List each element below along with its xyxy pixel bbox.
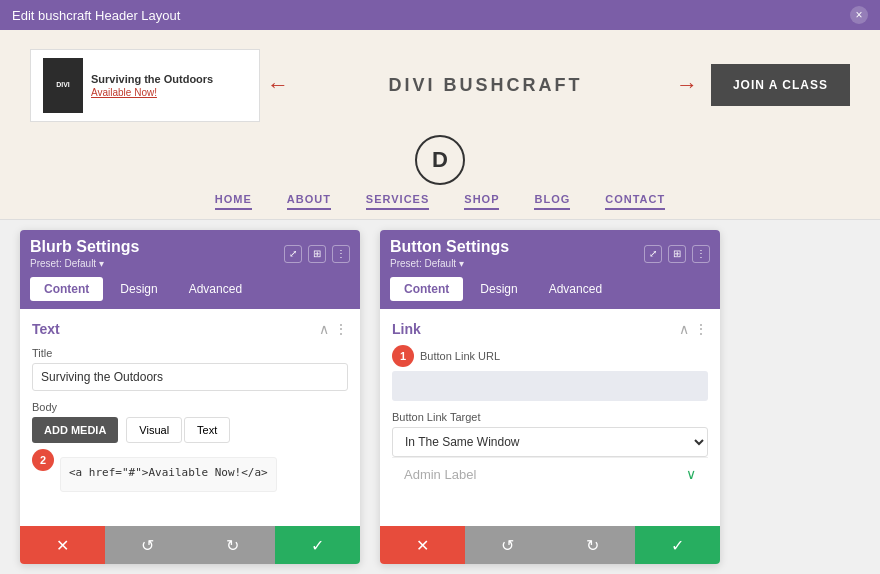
blurb-panel-footer: ✕ ↺ ↻ ✓ [20,526,360,564]
button-link-url-input[interactable] [392,371,708,401]
button-fullscreen-icon[interactable]: ⤢ [644,245,662,263]
divi-logo-container: D [0,135,880,185]
step-badge-1: 1 [392,345,414,367]
text-section-title: Text [32,321,60,337]
button-panel-footer: ✕ ↺ ↻ ✓ [380,526,720,564]
button-link-target-label: Button Link Target [392,411,708,423]
button-panel-title-area: Button Settings Preset: Default ▾ [390,238,509,269]
title-field-label: Title [32,347,348,359]
admin-label-expand-icon[interactable]: ∨ [686,466,696,482]
blurb-save-button[interactable]: ✓ [275,526,360,564]
title-input[interactable] [32,363,348,391]
site-title: DIVI BUSHCRAFT [388,75,582,96]
blurb-panel-title-area: Blurb Settings Preset: Default ▾ [30,238,139,269]
title-bar-label: Edit bushcraft Header Layout [12,8,180,23]
blurb-expand-icon[interactable]: ⊞ [308,245,326,263]
button-tab-advanced[interactable]: Advanced [535,277,616,301]
book-available: Available Now! [91,87,247,98]
button-settings-panel: Button Settings Preset: Default ▾ ⤢ ⊞ ⋮ … [380,230,720,564]
code-editor[interactable]: <a href="#">Available Now!</a> [60,457,277,492]
nav-blog[interactable]: BLOG [534,193,570,210]
join-button-container: → JOIN A CLASS [711,64,850,106]
button-cancel-button[interactable]: ✕ [380,526,465,564]
join-class-button[interactable]: JOIN A CLASS [711,64,850,106]
text-section-header: Text ∧ ⋮ [32,321,348,337]
blurb-tab-content[interactable]: Content [30,277,103,301]
book-info: Surviving the Outdoors Available Now! [91,72,247,97]
blurb-panel-icons: ⤢ ⊞ ⋮ [284,245,350,263]
step-badge-2: 2 [32,449,54,471]
nav-contact[interactable]: CONTACT [605,193,665,210]
button-panel-title: Button Settings [390,238,509,256]
link-section-title: Link [392,321,421,337]
arrow-right-icon: → [676,72,698,98]
button-link-url-row: 1 Button Link URL [392,345,708,367]
blurb-more-icon[interactable]: ⋮ [332,245,350,263]
text-section-icons: ∧ ⋮ [319,321,348,337]
visual-tab[interactable]: Visual [126,417,182,443]
arrow-left-icon: ← [267,72,289,98]
blurb-tab-advanced[interactable]: Advanced [175,277,256,301]
preview-area: DIVI Surviving the Outdoors Available No… [0,30,880,220]
nav-about[interactable]: ABOUT [287,193,331,210]
blurb-undo-button[interactable]: ↺ [105,526,190,564]
text-tab[interactable]: Text [184,417,230,443]
body-field-label: Body [32,401,348,413]
button-panel-preset[interactable]: Preset: Default ▾ [390,258,509,269]
header-preview: DIVI Surviving the Outdoors Available No… [0,30,880,140]
button-tab-content[interactable]: Content [390,277,463,301]
text-more-icon[interactable]: ⋮ [334,321,348,337]
nav-shop[interactable]: SHOP [464,193,499,210]
divi-logo: D [415,135,465,185]
button-panel-icons: ⤢ ⊞ ⋮ [644,245,710,263]
blurb-fullscreen-icon[interactable]: ⤢ [284,245,302,263]
book-promo: DIVI Surviving the Outdoors Available No… [30,49,260,122]
button-panel-tabs: Content Design Advanced [380,277,720,309]
add-media-button[interactable]: ADD MEDIA [32,417,118,443]
blurb-settings-panel: Blurb Settings Preset: Default ▾ ⤢ ⊞ ⋮ C… [20,230,360,564]
button-link-url-label: Button Link URL [420,350,500,362]
close-button[interactable]: × [850,6,868,24]
link-collapse-icon[interactable]: ∧ [679,321,689,337]
text-collapse-icon[interactable]: ∧ [319,321,329,337]
book-cover: DIVI [43,58,83,113]
blurb-cancel-button[interactable]: ✕ [20,526,105,564]
nav-services[interactable]: SERVICES [366,193,429,210]
button-panel-content: Link ∧ ⋮ 1 Button Link URL Button Link T… [380,309,720,526]
button-link-target-select[interactable]: In The Same Window [392,427,708,457]
button-redo-button[interactable]: ↻ [550,526,635,564]
panels-area: Blurb Settings Preset: Default ▾ ⤢ ⊞ ⋮ C… [0,220,880,574]
editor-tabs: Visual Text [126,417,230,443]
blurb-panel-content: Text ∧ ⋮ Title Body ADD MEDIA Visual Tex… [20,309,360,526]
link-section-header: Link ∧ ⋮ [392,321,708,337]
blurb-panel-header: Blurb Settings Preset: Default ▾ ⤢ ⊞ ⋮ [20,230,360,277]
nav-home[interactable]: HOME [215,193,252,210]
button-panel-header: Button Settings Preset: Default ▾ ⤢ ⊞ ⋮ [380,230,720,277]
button-undo-button[interactable]: ↺ [465,526,550,564]
book-cover-text: DIVI [56,81,70,89]
button-expand-icon[interactable]: ⊞ [668,245,686,263]
blurb-tab-design[interactable]: Design [106,277,171,301]
link-more-icon[interactable]: ⋮ [694,321,708,337]
blurb-panel-preset[interactable]: Preset: Default ▾ [30,258,139,269]
button-tab-design[interactable]: Design [466,277,531,301]
blurb-redo-button[interactable]: ↻ [190,526,275,564]
title-bar: Edit bushcraft Header Layout × [0,0,880,30]
code-row: 2 <a href="#">Available Now!</a> [32,449,348,492]
button-more-icon[interactable]: ⋮ [692,245,710,263]
link-section-icons: ∧ ⋮ [679,321,708,337]
admin-label-title: Admin Label [404,467,476,482]
admin-label-row: Admin Label ∨ [392,457,708,490]
button-save-button[interactable]: ✓ [635,526,720,564]
body-toolbar: ADD MEDIA Visual Text [32,417,348,443]
book-title: Surviving the Outdoors [91,72,247,86]
blurb-panel-title: Blurb Settings [30,238,139,256]
blurb-panel-tabs: Content Design Advanced [20,277,360,309]
nav-bar: HOME ABOUT SERVICES SHOP BLOG CONTACT [0,185,880,220]
